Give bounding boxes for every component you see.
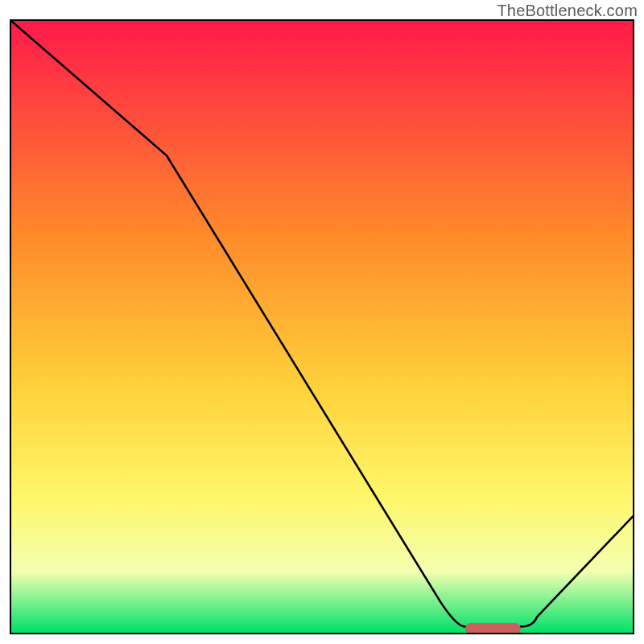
optimal-range-marker (465, 623, 521, 634)
watermark-text: TheBottleneck.com (497, 2, 638, 20)
chart-container: TheBottleneck.com (0, 0, 644, 644)
plot-frame (10, 19, 634, 634)
bottleneck-curve (11, 21, 633, 633)
